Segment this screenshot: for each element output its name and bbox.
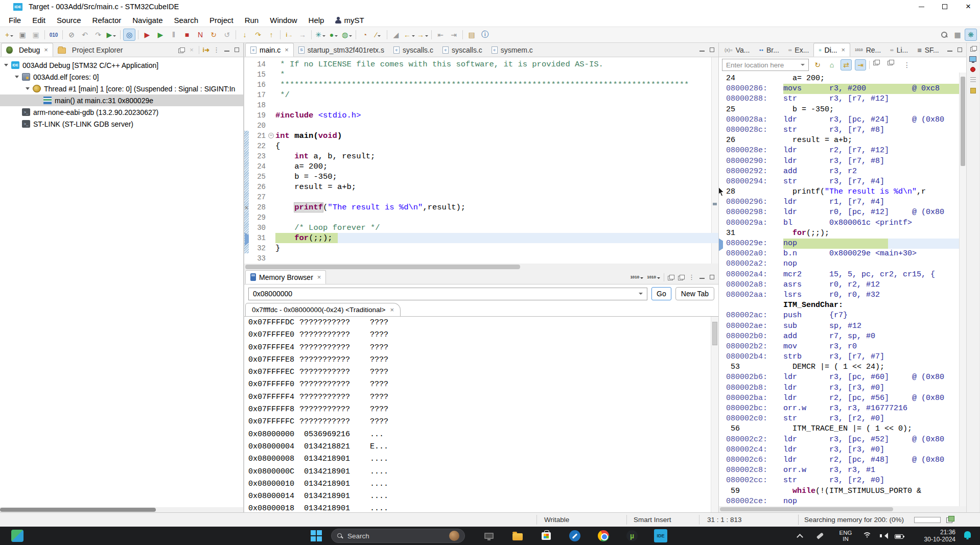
- disasm-source-row[interactable]: 28 printf("The result is %d\n",r: [719, 187, 966, 197]
- view-menu-icon[interactable]: ⋮: [688, 273, 695, 281]
- language-indicator[interactable]: ENGIN: [837, 529, 854, 542]
- myst-account[interactable]: myST: [330, 16, 364, 25]
- disasm-instruction-row[interactable]: 0800028e:ldr r2, [r7, #12]: [719, 146, 966, 156]
- memory-row[interactable]: 0x07FFFFF0???????????????: [248, 380, 718, 392]
- disassembly-hscrollbar[interactable]: [719, 506, 966, 512]
- memory-row[interactable]: 0x07FFFFF8???????????????: [248, 405, 718, 417]
- menu-window[interactable]: Window: [264, 16, 302, 25]
- disasm-instruction-row[interactable]: 0800029e:nop: [719, 239, 966, 249]
- help-info-icon[interactable]: ⓘ: [479, 29, 491, 41]
- disasm-instruction-row[interactable]: 080002c8:orr.w r3, r3, #1: [719, 465, 966, 476]
- fold-icon[interactable]: −: [268, 133, 274, 138]
- code-line-25[interactable]: 25 b = -350;: [244, 172, 718, 182]
- disasm-instruction-row[interactable]: 08000298:ldr r0, [pc, #12] @ (0x80: [719, 207, 966, 218]
- build-icon[interactable]: 010: [48, 29, 60, 41]
- code-line-16[interactable]: 16 *************************************…: [244, 80, 718, 90]
- close-icon[interactable]: ×: [841, 46, 845, 54]
- disasm-instruction-row[interactable]: 080002c6:ldr r2, [pc, #48] @ (0x80: [719, 455, 966, 465]
- memory-vscrollbar[interactable]: [711, 317, 718, 517]
- disasm-source-row[interactable]: 26 result = a+b;: [719, 135, 966, 146]
- sync-selection-icon[interactable]: ⇥: [855, 59, 866, 70]
- editor-hscrollbar[interactable]: [244, 264, 718, 270]
- disasm-instruction-row[interactable]: 080002b4:strb r3, [r7, #7]: [719, 352, 966, 362]
- step-into-icon[interactable]: ↓: [239, 29, 251, 41]
- ms-store-icon[interactable]: [540, 529, 553, 542]
- disasm-instruction-row[interactable]: 080002b2:mov r3, r0: [719, 342, 966, 352]
- taskbar-search[interactable]: Search: [331, 529, 465, 543]
- close-icon[interactable]: ×: [317, 273, 321, 281]
- disasm-source-row[interactable]: 31 for(;;);: [719, 228, 966, 239]
- tab-br-[interactable]: ●●Br...: [755, 43, 784, 57]
- editor-text-area[interactable]: 14 * If no LICENSE file comes with this …: [244, 57, 718, 264]
- memory-row[interactable]: 0x07FFFFFC???????????????: [248, 417, 718, 430]
- close-icon[interactable]: ×: [285, 46, 289, 54]
- refresh-icon[interactable]: ↻: [812, 59, 823, 70]
- debug-tree-item[interactable]: arm-none-eabi-gdb (13.2.90.20230627): [0, 106, 243, 118]
- code-line-28[interactable]: ×28 printf("The result is %d\n",result);: [244, 202, 718, 212]
- code-line-18[interactable]: 18: [244, 100, 718, 110]
- tab-di-[interactable]: ≡Di...×: [813, 43, 850, 57]
- disasm-instruction-row[interactable]: 08000290:ldr r3, [r7, #8]: [719, 156, 966, 167]
- code-line-27[interactable]: 27: [244, 192, 718, 202]
- disasm-source-row[interactable]: 56 ITM_TRACE_EN |= ( 1 << 0);: [719, 424, 966, 434]
- remove-terminated-icon[interactable]: ×: [189, 46, 195, 54]
- pointer-mode-icon[interactable]: ◎: [123, 29, 135, 41]
- disasm-source-row[interactable]: 59 while(!(ITM_STIMULUS_PORT0 &: [719, 486, 966, 496]
- prev-edit-icon[interactable]: ◢: [390, 29, 402, 41]
- debug-tree-item[interactable]: Thread #1 [main] 1 [core: 0] (Suspended …: [0, 83, 243, 94]
- tab-li-[interactable]: ∞Li...: [885, 43, 913, 57]
- minimize-button[interactable]: [909, 0, 933, 13]
- code-line-19[interactable]: 19#include <stdio.h>: [244, 110, 718, 121]
- tab-startup-stm32f401retx-s[interactable]: startup_stm32f401retx.s: [294, 43, 389, 57]
- chrome-icon[interactable]: [597, 529, 610, 542]
- instruction-stepping-icon[interactable]: i➜: [203, 46, 209, 54]
- instruction-stepping-icon[interactable]: i→: [283, 29, 295, 41]
- disasm-instruction-row[interactable]: 080002a2:nop: [719, 259, 966, 269]
- maximize-view-icon[interactable]: [709, 48, 715, 52]
- memory-row[interactable]: 0x07FFFFEC???????????????: [248, 368, 718, 380]
- widgets-icon[interactable]: [11, 530, 24, 542]
- tab-memory-browser[interactable]: Memory Browser ×: [245, 270, 326, 284]
- skip-breakpoints-icon[interactable]: ⊘: [65, 29, 78, 41]
- code-line-24[interactable]: 24 a= 200;: [244, 161, 718, 172]
- last-edit-icon[interactable]: ⇤: [434, 29, 447, 41]
- link-editor-icon[interactable]: ⇥: [448, 29, 460, 41]
- memory-row[interactable]: 0x08000000 0536969216...: [248, 430, 718, 442]
- menu-search[interactable]: Search: [168, 16, 204, 25]
- wifi-icon[interactable]: [860, 529, 874, 542]
- resume-icon[interactable]: ▶: [154, 29, 167, 41]
- battery-icon[interactable]: [892, 529, 905, 542]
- disasm-instruction-row[interactable]: 080002ba:ldr r2, [pc, #56] @ (0x80: [719, 393, 966, 404]
- home-icon[interactable]: ⌂: [826, 59, 837, 70]
- search-icon[interactable]: [938, 29, 950, 41]
- step-over-icon[interactable]: ↷: [252, 29, 264, 41]
- menu-refactor[interactable]: Refactor: [87, 16, 127, 25]
- debug-perspective-icon[interactable]: ❋: [965, 29, 977, 41]
- record-icon[interactable]: [970, 67, 975, 72]
- menu-edit[interactable]: Edit: [27, 16, 51, 25]
- tab-syscalls-c[interactable]: syscalls.c: [438, 43, 487, 57]
- menu-file[interactable]: File: [3, 16, 27, 25]
- code-line-26[interactable]: 26 result = a+b;: [244, 182, 718, 192]
- tab-re-[interactable]: 1010Re...: [850, 43, 885, 57]
- tab-main-c[interactable]: main.c×: [245, 43, 294, 57]
- windows-start-button[interactable]: [310, 529, 323, 542]
- itm-console-icon[interactable]: [970, 88, 976, 93]
- new-memory-tab-icon[interactable]: [668, 275, 674, 280]
- forward-icon[interactable]: →: [416, 29, 429, 41]
- terminate-relaunch-icon[interactable]: ▶: [141, 29, 153, 41]
- disassembly-listing[interactable]: 24 a= 200;08000286:movs r3, #200 @ 0xc80…: [719, 73, 966, 506]
- disasm-source-row[interactable]: 24 a= 200;: [719, 74, 966, 84]
- menu-run[interactable]: Run: [239, 16, 265, 25]
- minimize-view-icon[interactable]: [698, 276, 705, 279]
- close-icon[interactable]: ×: [390, 306, 394, 314]
- disasm-instruction-row[interactable]: 080002cc:str r3, [r2, #0]: [719, 476, 966, 486]
- debug-tree-item[interactable]: 003Add Debug [STM32 C/C++ Application]: [0, 59, 243, 71]
- restore-view-icon[interactable]: [970, 46, 976, 51]
- step-return-icon[interactable]: ↑: [265, 29, 277, 41]
- new-tab-button[interactable]: New Tab: [675, 287, 714, 300]
- disasm-instruction-row[interactable]: 0800028c:str r3, [r7, #8]: [719, 125, 966, 135]
- pen-tray-icon[interactable]: [813, 529, 827, 542]
- disasm-instruction-row[interactable]: 080002bc:orr.w r3, r3, #16777216: [719, 404, 966, 414]
- tab-sysmem-c[interactable]: sysmem.c: [487, 43, 538, 57]
